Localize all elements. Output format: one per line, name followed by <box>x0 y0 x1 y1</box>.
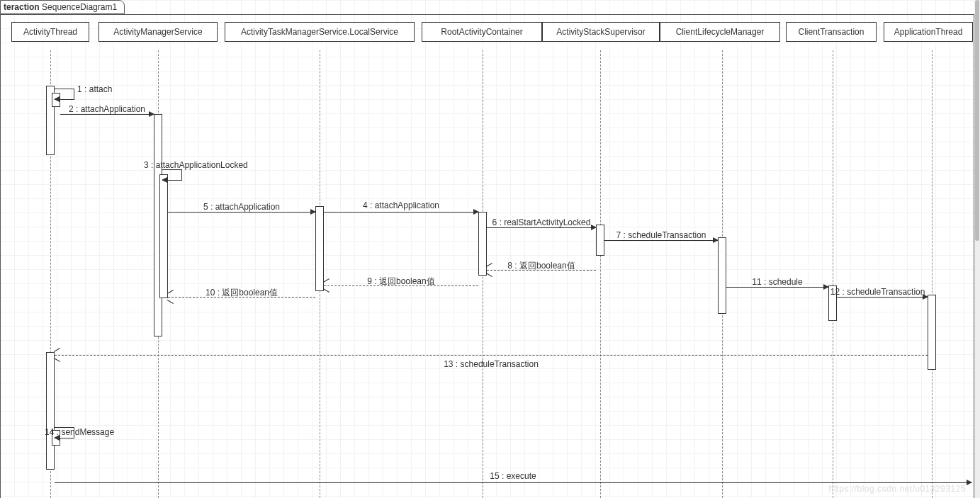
msg-10-return-boolean: 10 : 返回boolean值 <box>168 297 315 298</box>
msg-5-attachapplication: 5 : attachApplication <box>168 212 315 213</box>
msg-11-schedule: 11 : schedule <box>726 287 828 288</box>
activation-p1-b <box>159 174 168 298</box>
arrow-right-icon <box>967 480 972 485</box>
msg-label: 5 : attachApplication <box>202 202 281 212</box>
msg-4-attachapplication: 4 : attachApplication <box>324 212 478 213</box>
participant-activitythread: ActivityThread <box>11 22 89 42</box>
msg-label: 1 : attach <box>77 84 112 94</box>
arrow-left-icon <box>486 266 492 273</box>
diagram-frame: ActivityThread ActivityManagerService Ac… <box>0 14 974 498</box>
participant-clientlifecyclemanager: ClientLifecycleManager <box>660 22 780 42</box>
participant-applicationthread: ApplicationThread <box>884 22 973 42</box>
participant-activitymanagerservice: ActivityManagerService <box>98 22 218 42</box>
arrow-left-icon <box>54 351 60 358</box>
msg-label: 9 : 返回boolean值 <box>366 276 436 288</box>
msg-label: 14 : sendMessage <box>45 427 114 437</box>
msg-2-attachapplication: 2 : attachApplication <box>60 114 154 115</box>
activation-p4 <box>596 225 604 256</box>
msg-15-execute: 15 : execute <box>55 482 971 483</box>
arrow-left-icon <box>54 96 60 102</box>
watermark: https://blog.csdn.net/u013293125 <box>829 484 966 494</box>
arrow-left-icon <box>162 177 167 183</box>
arrow-left-icon <box>323 282 329 289</box>
activation-p5 <box>718 237 726 314</box>
msg-8-return-boolean: 8 : 返回boolean值 <box>487 270 596 271</box>
vertical-scrollbar[interactable] <box>974 0 980 498</box>
arrow-right-icon <box>310 209 316 215</box>
diagram-tab-name: SequenceDiagram1 <box>42 2 117 12</box>
arrow-left-icon <box>167 293 173 300</box>
msg-label: 12 : scheduleTransaction <box>829 287 927 297</box>
arrow-right-icon <box>713 237 719 243</box>
msg-6-realstartactivitylocked: 6 : realStartActivityLocked <box>487 227 596 228</box>
arrow-right-icon <box>473 209 479 215</box>
diagram-tab: teraction SequenceDiagram1 <box>0 0 125 14</box>
activation-p7 <box>928 295 936 370</box>
msg-label: 6 : realStartActivityLocked <box>491 217 592 227</box>
participant-activitystacksupervisor: ActivityStackSupervisor <box>542 22 660 42</box>
msg-1-attach: 1 : attach <box>55 89 74 100</box>
msg-label: 15 : execute <box>488 471 537 481</box>
msg-label: 3 : attachApplicationLocked <box>144 160 248 170</box>
msg-label: 11 : schedule <box>750 277 804 287</box>
participant-clienttransaction: ClientTransaction <box>786 22 877 42</box>
msg-label: 7 : scheduleTransaction <box>615 230 708 240</box>
activation-p2 <box>315 206 324 291</box>
activation-p0-c <box>46 352 55 470</box>
lifeline-p6 <box>833 50 833 498</box>
msg-label: 10 : 返回boolean值 <box>204 287 279 299</box>
lifeline-p7 <box>932 50 933 498</box>
msg-12-scheduletransaction: 12 : scheduleTransaction <box>837 297 928 298</box>
msg-7-scheduletransaction: 7 : scheduleTransaction <box>604 240 718 241</box>
msg-label: 4 : attachApplication <box>361 200 441 210</box>
participant-rootactivitycontainer: RootActivityContainer <box>422 22 542 42</box>
msg-9-return-boolean: 9 : 返回boolean值 <box>324 285 478 286</box>
participant-activitytaskmanagerservice: ActivityTaskManagerService.LocalService <box>225 22 415 42</box>
msg-label: 8 : 返回boolean值 <box>506 260 576 272</box>
arrow-right-icon <box>149 111 154 117</box>
msg-label: 13 : scheduleTransaction <box>442 359 540 369</box>
msg-13-scheduletransaction: 13 : scheduleTransaction <box>55 355 928 356</box>
msg-label: 2 : attachApplication <box>67 104 147 114</box>
msg-3-attachapplicationlocked: 3 : attachApplicationLocked <box>162 169 182 181</box>
scrollbar-thumb[interactable] <box>975 0 979 241</box>
diagram-tab-prefix: teraction <box>4 2 40 12</box>
msg-14-sendmessage: 14 : sendMessage <box>55 427 74 438</box>
lifeline-p4 <box>600 50 601 498</box>
